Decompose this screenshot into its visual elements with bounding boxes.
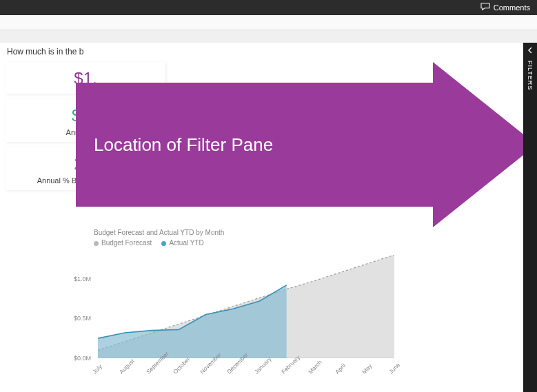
legend-value: $0.5M bbox=[345, 127, 365, 134]
mini-legend: $0.4M $0.5M $0.5M bbox=[336, 106, 398, 137]
x-tick: March bbox=[307, 359, 323, 375]
legend-value: $0.5M bbox=[345, 116, 365, 124]
metric-label: Annual % Budget Remaining bbox=[11, 176, 160, 185]
y-tick: $0.5M bbox=[74, 315, 91, 322]
legend-value: $0.5M bbox=[342, 154, 361, 162]
chart-legend: Budget Forecast Actual YTD bbox=[94, 239, 407, 247]
legend-label: Actual YTD bbox=[169, 239, 203, 247]
y-tick: $1.0M bbox=[74, 276, 91, 282]
swatch-blue-icon bbox=[336, 128, 342, 134]
chart-title: Budget Forecast and Actual YTD by Month bbox=[94, 229, 407, 236]
metric-value: $30 bbox=[11, 106, 160, 125]
x-tick: April bbox=[334, 362, 347, 375]
x-tick: January bbox=[253, 355, 272, 375]
metrics-column: $1. $30 Annual Bud 25. Annual % Budget R… bbox=[6, 62, 165, 196]
metric-value: $1. bbox=[11, 69, 160, 88]
legend-label: Budget Forecast bbox=[101, 239, 152, 247]
dot-blue-icon bbox=[161, 241, 166, 246]
comments-button[interactable]: Comments bbox=[480, 3, 530, 12]
metric-label: Annual Bud bbox=[11, 128, 160, 136]
plot-area: $1.0M $0.5M $0.0M JulyAugustSeptemberOct… bbox=[94, 255, 407, 379]
card-percent-remaining: 25. Annual % Budget Remaining bbox=[6, 147, 165, 190]
comment-icon bbox=[480, 3, 490, 12]
card-annual-budget: $30 Annual Bud bbox=[6, 99, 165, 142]
page-title: How much is in the b bbox=[0, 43, 523, 58]
chart-budget-forecast-actual: Budget Forecast and Actual YTD by Month … bbox=[76, 229, 407, 379]
comments-label: Comments bbox=[494, 3, 530, 12]
x-tick: August bbox=[118, 358, 136, 375]
app-top-bar: Comments bbox=[0, 0, 537, 15]
area-chart-svg bbox=[98, 255, 394, 358]
filters-label: FILTERS bbox=[527, 61, 534, 90]
x-tick: May bbox=[361, 362, 373, 375]
gap-strip bbox=[0, 30, 537, 43]
x-tick: October bbox=[172, 355, 191, 375]
x-tick: June bbox=[387, 362, 401, 375]
filters-pane-collapsed[interactable]: FILTERS bbox=[523, 43, 537, 392]
content-area: How much is in the b $1. $30 Annual Bud … bbox=[0, 43, 537, 392]
svg-marker-0 bbox=[336, 62, 523, 227]
y-axis: $1.0M $0.5M $0.0M bbox=[73, 255, 94, 358]
metric-value: 25. bbox=[11, 154, 160, 174]
plot-svg-container bbox=[98, 255, 394, 358]
x-tick: July bbox=[91, 363, 103, 375]
x-axis: JulyAugustSeptemberOctoberNovemberDecemb… bbox=[98, 360, 394, 380]
legend-value: $0.4M bbox=[336, 106, 356, 114]
legend-item: Actual YTD bbox=[161, 239, 203, 247]
toolbar-strip bbox=[0, 15, 537, 30]
y-tick: $0.0M bbox=[74, 355, 91, 362]
swatch-gray-icon bbox=[336, 118, 342, 123]
chevron-left-icon bbox=[527, 47, 534, 54]
report-canvas: How much is in the b $1. $30 Annual Bud … bbox=[0, 43, 523, 392]
arrow-head-icon bbox=[336, 62, 523, 227]
card-budget-remaining: $1. bbox=[6, 62, 165, 94]
dot-gray-icon bbox=[94, 241, 99, 246]
legend-item: Budget Forecast bbox=[94, 239, 152, 247]
